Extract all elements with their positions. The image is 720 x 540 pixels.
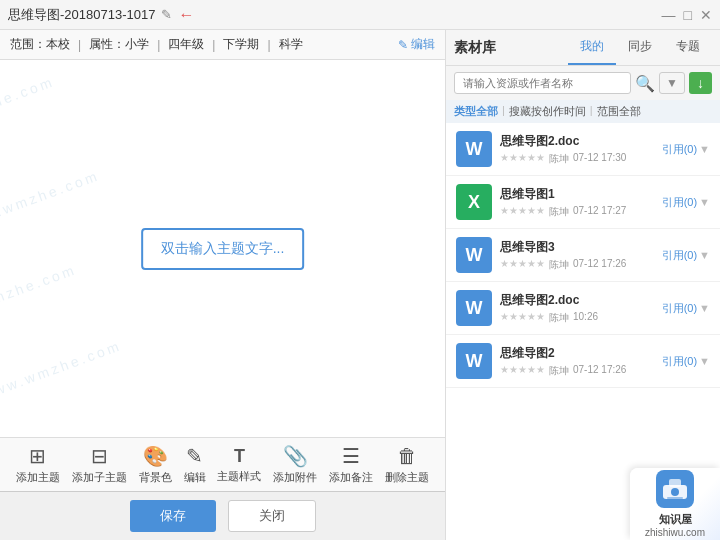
edit-button-toolbar[interactable]: ✎ 编辑 [184,444,206,485]
add-subtopic-button[interactable]: ⊟ 添加子主题 [72,444,127,485]
close-icon[interactable]: ✕ [700,7,712,23]
tab-mine[interactable]: 我的 [568,30,616,65]
zhi-name: 知识屋 [659,512,692,527]
delete-icon: 🗑 [397,445,417,468]
topic-style-button[interactable]: T 主题样式 [217,446,261,484]
edit-button[interactable]: ✎ 编辑 [398,36,435,53]
resource-meta: ★★★★★ 陈坤 10:26 [500,311,654,325]
zhishiwu-logo [656,470,694,508]
back-arrow-icon[interactable]: ← [178,6,194,24]
maximize-icon[interactable]: □ [684,7,692,23]
resource-type-icon: W [456,131,492,167]
zhishiwu-badge[interactable]: 知识屋 zhishiwu.com [630,468,720,540]
cite-button[interactable]: 引用(0) ▼ [662,354,710,369]
title-bar: 思维导图-20180713-1017 ✎ ← — □ ✕ [0,0,720,30]
download-button[interactable]: ↓ [689,72,712,94]
add-attachment-button[interactable]: 📎 添加附件 [273,444,317,485]
edit-title-icon[interactable]: ✎ [161,7,172,22]
resource-type-icon: W [456,343,492,379]
close-button[interactable]: 关闭 [228,500,316,532]
panel-title: 素材库 [454,31,496,65]
tab-sync[interactable]: 同步 [616,30,664,65]
filter-type-all[interactable]: 类型全部 [454,104,498,119]
canvas-area: www.wmzhe.com www.wmzhe.com www.wmzhe.co… [0,60,445,437]
filter-sort-time[interactable]: 搜藏按创作时间 [509,104,586,119]
filter-term: 下学期 [223,36,259,53]
delete-topic-button[interactable]: 🗑 删除主题 [385,445,429,485]
resource-item[interactable]: W 思维导图2.doc ★★★★★ 陈坤 10:26 引用(0) ▼ [446,282,720,335]
resource-type-icon: W [456,237,492,273]
add-topic-button[interactable]: ⊞ 添加主题 [16,444,60,485]
resource-info: 思维导图2.doc ★★★★★ 陈坤 10:26 [500,292,654,325]
filter-bar: 范围：本校 | 属性：小学 | 四年级 | 下学期 | 科学 ✎ 编辑 [0,30,445,60]
resource-item[interactable]: W 思维导图2.doc ★★★★★ 陈坤 07-12 17:30 引用(0) ▼ [446,123,720,176]
resource-info: 思维导图1 ★★★★★ 陈坤 07-12 17:27 [500,186,654,219]
zhi-logo-icon [661,475,689,503]
add-subtopic-icon: ⊟ [91,444,108,468]
search-input[interactable] [454,72,631,94]
resource-item[interactable]: W 思维导图3 ★★★★★ 陈坤 07-12 17:26 引用(0) ▼ [446,229,720,282]
svg-rect-3 [667,497,683,499]
search-button[interactable]: 🔍 [635,74,655,93]
bg-color-icon: 🎨 [143,444,168,468]
filter-scope-all[interactable]: 范围全部 [597,104,641,119]
resource-item[interactable]: X 思维导图1 ★★★★★ 陈坤 07-12 17:27 引用(0) ▼ [446,176,720,229]
note-icon: ☰ [342,444,360,468]
filter-button[interactable]: ▼ [659,72,685,94]
attachment-icon: 📎 [283,444,308,468]
filter-subject: 科学 [279,36,303,53]
resource-item[interactable]: W 思维导图2 ★★★★★ 陈坤 07-12 17:26 引用(0) ▼ [446,335,720,388]
filter-attr: 属性：小学 [89,36,149,53]
type-filter-bar: 类型全部 | 搜藏按创作时间 | 范围全部 [446,100,720,123]
zhi-url: zhishiwu.com [645,527,705,538]
right-panel: 素材库 我的 同步 专题 🔍 ▼ ↓ 类型全部 | 搜藏按创作时间 | 范围全部… [445,30,720,540]
resource-info: 思维导图3 ★★★★★ 陈坤 07-12 17:26 [500,239,654,272]
cite-button[interactable]: 引用(0) ▼ [662,248,710,263]
resource-meta: ★★★★★ 陈坤 07-12 17:30 [500,152,654,166]
filter-school: 范围：本校 [10,36,70,53]
main-container: 范围：本校 | 属性：小学 | 四年级 | 下学期 | 科学 ✎ 编辑 www.… [0,30,720,540]
resource-name: 思维导图3 [500,239,654,256]
window-controls: — □ ✕ [662,7,712,23]
window-title: 思维导图-20180713-1017 [8,6,155,24]
add-note-button[interactable]: ☰ 添加备注 [329,444,373,485]
search-row: 🔍 ▼ ↓ [446,66,720,100]
resource-meta: ★★★★★ 陈坤 07-12 17:27 [500,205,654,219]
background-color-button[interactable]: 🎨 背景色 [139,444,172,485]
filter-grade: 四年级 [168,36,204,53]
edit-icon: ✎ [186,444,203,468]
svg-rect-1 [669,479,681,487]
resource-info: 思维导图2 ★★★★★ 陈坤 07-12 17:26 [500,345,654,378]
resource-info: 思维导图2.doc ★★★★★ 陈坤 07-12 17:30 [500,133,654,166]
add-topic-icon: ⊞ [29,444,46,468]
cite-button[interactable]: 引用(0) ▼ [662,301,710,316]
cite-button[interactable]: 引用(0) ▼ [662,195,710,210]
cite-button[interactable]: 引用(0) ▼ [662,142,710,157]
save-button[interactable]: 保存 [130,500,216,532]
topic-style-icon: T [234,446,245,467]
panel-tabs: 我的 同步 专题 [568,30,712,65]
tab-special[interactable]: 专题 [664,30,712,65]
action-bar: 保存 关闭 [0,491,445,540]
mind-map-root-node[interactable]: 双击输入主题文字... [141,228,305,270]
resource-type-icon: X [456,184,492,220]
resource-name: 思维导图2.doc [500,133,654,150]
resource-name: 思维导图1 [500,186,654,203]
resource-name: 思维导图2 [500,345,654,362]
edit-pencil-icon: ✎ [398,38,408,52]
minimize-icon[interactable]: — [662,7,676,23]
panel-header: 素材库 我的 同步 专题 [446,30,720,66]
resource-meta: ★★★★★ 陈坤 07-12 17:26 [500,364,654,378]
resource-type-icon: W [456,290,492,326]
svg-point-2 [671,488,679,496]
resource-meta: ★★★★★ 陈坤 07-12 17:26 [500,258,654,272]
left-panel: 范围：本校 | 属性：小学 | 四年级 | 下学期 | 科学 ✎ 编辑 www.… [0,30,445,540]
bottom-toolbar: ⊞ 添加主题 ⊟ 添加子主题 🎨 背景色 ✎ 编辑 T 主题样式 📎 添加附件 [0,437,445,491]
resource-name: 思维导图2.doc [500,292,654,309]
